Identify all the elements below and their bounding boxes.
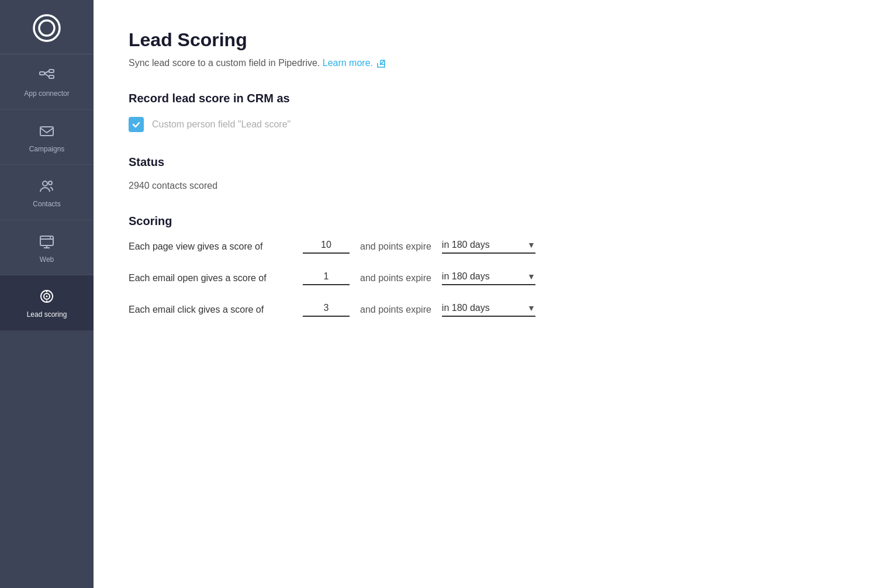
scoring-row-email-open: Each email open gives a score of and poi… (129, 271, 850, 285)
scoring-row-label-email-click: Each email click gives a score of (129, 305, 292, 315)
sidebar-logo (0, 0, 94, 54)
contacts-icon (39, 178, 55, 196)
record-section-title: Record lead score in CRM as (129, 92, 850, 105)
chevron-down-icon-email-open: ▼ (527, 272, 535, 281)
status-section-title: Status (129, 155, 850, 169)
score-input-page-view[interactable] (303, 240, 350, 254)
expire-select-value-email-open: in 180 days (442, 271, 524, 282)
expire-select-page-view[interactable]: in 180 days ▼ (442, 240, 535, 254)
page-subtitle: Sync lead score to a custom field in Pip… (129, 58, 850, 68)
svg-rect-7 (40, 127, 53, 136)
svg-rect-4 (49, 75, 54, 78)
lead-scoring-icon (39, 288, 55, 307)
expire-select-email-click[interactable]: in 180 days ▼ (442, 303, 535, 317)
sidebar-item-app-connector[interactable]: App connector (0, 54, 94, 110)
sidebar-item-label-contacts: Contacts (33, 200, 60, 209)
svg-point-1 (39, 20, 54, 36)
chevron-down-icon-page-view: ▼ (527, 240, 535, 250)
svg-point-8 (43, 181, 47, 186)
svg-point-14 (50, 237, 51, 238)
page-title: Lead Scoring (129, 29, 850, 51)
sidebar-item-label-web: Web (40, 255, 54, 265)
custom-field-checkbox[interactable] (129, 117, 144, 132)
web-icon (39, 233, 55, 252)
sidebar-item-label-lead-scoring: Lead scoring (27, 310, 67, 320)
app-connector-icon (39, 67, 55, 86)
campaigns-icon (39, 123, 55, 141)
status-value: 2940 contacts scored (129, 181, 850, 191)
checkbox-row: Custom person field "Lead score" (129, 117, 850, 132)
sidebar-item-label-campaigns: Campaigns (29, 145, 65, 154)
expire-label-email-click: and points expire (360, 305, 431, 315)
scoring-section: Scoring Each page view gives a score of … (129, 215, 850, 317)
score-input-email-click[interactable] (303, 303, 350, 317)
record-section: Record lead score in CRM as Custom perso… (129, 92, 850, 132)
expire-select-email-open[interactable]: in 180 days ▼ (442, 271, 535, 285)
chevron-down-icon-email-click: ▼ (527, 303, 535, 313)
svg-point-0 (34, 15, 60, 41)
scoring-row-label-page-view: Each page view gives a score of (129, 241, 292, 252)
expire-select-value-email-click: in 180 days (442, 303, 524, 313)
svg-line-6 (44, 74, 49, 77)
checkbox-label: Custom person field "Lead score" (152, 119, 291, 130)
svg-line-5 (44, 71, 49, 74)
svg-rect-10 (40, 236, 53, 245)
svg-point-17 (46, 296, 48, 298)
sidebar-item-web[interactable]: Web (0, 220, 94, 276)
scoring-row-email-click: Each email click gives a score of and po… (129, 303, 850, 317)
sidebar-item-lead-scoring[interactable]: Lead scoring (0, 275, 94, 331)
checkmark-icon (132, 120, 141, 129)
subtitle-text: Sync lead score to a custom field in Pip… (129, 58, 320, 68)
scoring-row-page-view: Each page view gives a score of and poin… (129, 240, 850, 254)
expire-label-page-view: and points expire (360, 241, 431, 252)
learn-more-link[interactable]: Learn more. (323, 58, 386, 68)
svg-rect-2 (40, 72, 44, 75)
sidebar: App connector Campaigns Contacts (0, 0, 94, 588)
scoring-section-title: Scoring (129, 215, 850, 228)
svg-rect-3 (49, 70, 54, 72)
external-link-icon (377, 60, 385, 68)
main-content: Lead Scoring Sync lead score to a custom… (94, 0, 885, 588)
status-section: Status 2940 contacts scored (129, 155, 850, 191)
sidebar-item-contacts[interactable]: Contacts (0, 165, 94, 220)
score-input-email-open[interactable] (303, 271, 350, 285)
sidebar-item-label-app-connector: App connector (24, 89, 69, 99)
expire-select-value-page-view: in 180 days (442, 240, 524, 250)
expire-label-email-open: and points expire (360, 273, 431, 283)
svg-point-9 (49, 181, 52, 185)
sidebar-item-campaigns[interactable]: Campaigns (0, 110, 94, 165)
scoring-row-label-email-open: Each email open gives a score of (129, 273, 292, 283)
